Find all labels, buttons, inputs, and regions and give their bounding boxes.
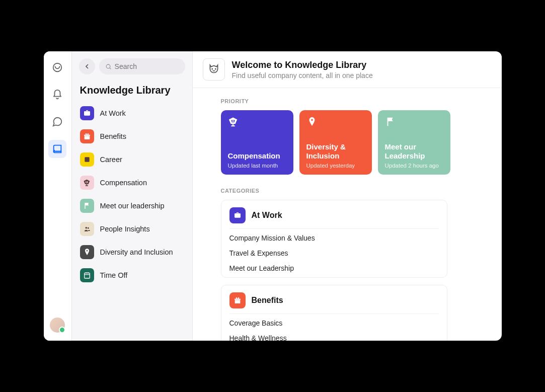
sidebar-item[interactable]: Benefits — [79, 128, 185, 144]
sidebar-item[interactable]: Meet our leadership — [79, 198, 185, 214]
svg-point-3 — [85, 227, 87, 229]
sidebar-item[interactable]: Compensation — [79, 175, 185, 191]
main-content: Priority CompensationUpdated last monthD… — [193, 88, 502, 341]
priority-card-icon — [306, 116, 319, 128]
sidebar-item-label: Benefits — [100, 132, 126, 140]
svg-point-0 — [53, 63, 62, 72]
nav-rail — [44, 51, 72, 341]
category-icon — [229, 292, 246, 308]
category-link[interactable]: Health & Wellness — [229, 334, 439, 341]
svg-point-1 — [106, 64, 110, 68]
rail-library[interactable] — [48, 140, 66, 158]
priority-cards: CompensationUpdated last monthDiversity … — [221, 110, 487, 175]
sidebar-list: At WorkBenefitsCareerCompensationMeet ou… — [79, 105, 185, 283]
app-window: Knowledge Library At WorkBenefitsCareerC… — [44, 51, 502, 341]
sidebar-item-icon — [80, 129, 94, 143]
priority-card[interactable]: Meet our LeadershipUpdated 2 hours ago — [378, 110, 450, 175]
category-title: At Work — [252, 211, 282, 220]
sidebar-item-icon — [80, 222, 94, 236]
priority-card-title: Compensation — [228, 151, 286, 161]
category-card: At WorkCompany Mission & ValuesTravel & … — [221, 200, 447, 278]
category-link[interactable]: Company Mission & Values — [229, 234, 439, 244]
priority-card-title: Diversity & Inclusion — [306, 142, 365, 161]
category-title: Benefits — [252, 296, 283, 305]
sidebar-item-label: Career — [100, 155, 122, 164]
svg-rect-2 — [85, 157, 89, 162]
rail-notifications[interactable] — [48, 86, 66, 104]
svg-point-6 — [212, 68, 212, 69]
category-link[interactable]: Meet our Leadership — [229, 264, 439, 274]
sidebar-item-icon — [80, 199, 94, 213]
sidebar-item[interactable]: Diversity and Inclusion — [79, 244, 185, 260]
sidebar-item-label: Time Off — [100, 271, 128, 279]
priority-card-subtitle: Updated 2 hours ago — [385, 163, 443, 169]
priority-card-icon — [228, 116, 240, 128]
search-input[interactable] — [115, 62, 179, 70]
category-card: BenefitsCoverage BasicsHealth & Wellness — [221, 285, 447, 341]
sidebar-item-icon — [80, 152, 94, 167]
categories-label: Categories — [221, 188, 487, 194]
sidebar-item[interactable]: People Insights — [79, 221, 185, 237]
sidebar-item[interactable]: Time Off — [79, 267, 185, 283]
sidebar-item[interactable]: At Work — [79, 105, 185, 121]
sidebar-item-label: People Insights — [100, 225, 150, 233]
sidebar-title: Knowledge Library — [79, 85, 185, 96]
rail-chat[interactable] — [48, 113, 66, 131]
main-panel: Welcome to Knowledge Library Find useful… — [193, 51, 502, 341]
category-link[interactable]: Coverage Basics — [229, 319, 439, 329]
priority-card-subtitle: Updated last month — [228, 163, 286, 169]
priority-label: Priority — [221, 98, 487, 104]
sidebar: Knowledge Library At WorkBenefitsCareerC… — [72, 51, 193, 341]
search-icon — [105, 63, 112, 70]
sidebar-item[interactable]: Career — [79, 151, 185, 168]
priority-card[interactable]: Diversity & InclusionUpdated yesterday — [299, 110, 372, 175]
rail-home[interactable] — [48, 58, 66, 76]
category-icon — [229, 207, 246, 223]
header-title: Welcome to Knowledge Library — [232, 60, 373, 70]
search-box[interactable] — [99, 58, 185, 74]
sidebar-item-icon — [80, 176, 94, 190]
sidebar-item-label: At Work — [100, 109, 126, 117]
sidebar-item-icon — [80, 268, 94, 282]
sidebar-item-label: Compensation — [100, 179, 147, 187]
svg-rect-5 — [84, 273, 90, 278]
back-button[interactable] — [79, 58, 95, 74]
sidebar-item-label: Diversity and Inclusion — [100, 248, 173, 256]
priority-card[interactable]: CompensationUpdated last month — [221, 110, 293, 175]
sidebar-item-label: Meet our leadership — [100, 202, 165, 210]
header-subtitle: Find useful company content, all in one … — [232, 71, 373, 80]
svg-point-7 — [215, 68, 215, 69]
category-link[interactable]: Travel & Expenses — [229, 249, 439, 259]
main-header: Welcome to Knowledge Library Find useful… — [193, 51, 502, 88]
sidebar-item-icon — [80, 245, 94, 259]
sidebar-item-icon — [80, 106, 94, 120]
user-avatar[interactable] — [50, 318, 65, 333]
header-cat-icon — [203, 58, 225, 81]
priority-card-subtitle: Updated yesterday — [306, 163, 365, 169]
priority-card-icon — [385, 116, 397, 128]
svg-point-4 — [87, 227, 89, 229]
categories-list: At WorkCompany Mission & ValuesTravel & … — [221, 200, 487, 341]
priority-card-title: Meet our Leadership — [385, 142, 443, 161]
